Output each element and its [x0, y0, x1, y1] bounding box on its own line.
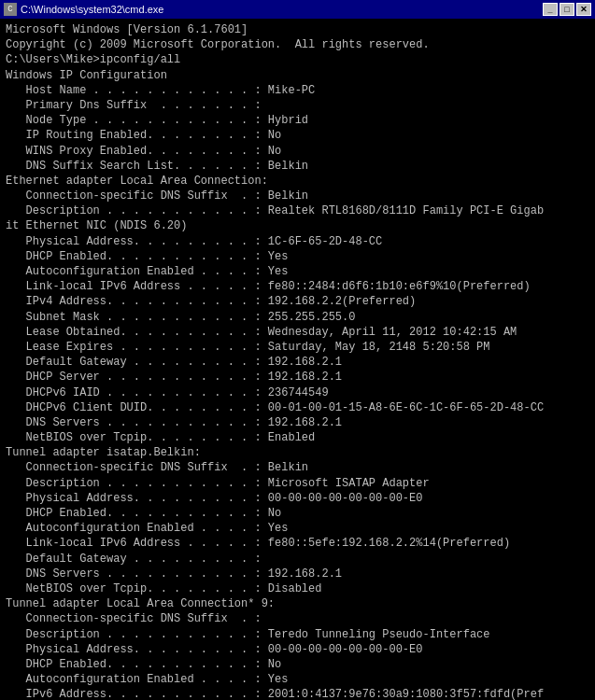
terminal-line: Description . . . . . . . . . . . : Micr…	[6, 476, 589, 491]
terminal-line: it Ethernet NIC (NDIS 6.20)	[6, 218, 589, 233]
terminal-line: DHCP Enabled. . . . . . . . . . . : Yes	[6, 249, 589, 264]
terminal-line: Microsoft Windows [Version 6.1.7601]	[6, 22, 589, 37]
terminal-line: Description . . . . . . . . . . . : Tere…	[6, 627, 589, 642]
terminal-line: Copyright (c) 2009 Microsoft Corporation…	[6, 37, 589, 52]
terminal-line: IPv6 Address. . . . . . . . . . . : 2001…	[6, 687, 589, 700]
terminal-line: Subnet Mask . . . . . . . . . . . : 255.…	[6, 310, 589, 325]
terminal-line: Autoconfiguration Enabled . . . . : Yes	[6, 521, 589, 536]
maximize-button[interactable]: □	[560, 3, 574, 16]
terminal-line: Default Gateway . . . . . . . . . : 192.…	[6, 355, 589, 370]
terminal-line: Lease Expires . . . . . . . . . . : Satu…	[6, 340, 589, 355]
terminal-line: IPv4 Address. . . . . . . . . . . : 192.…	[6, 294, 589, 309]
minimize-button[interactable]: _	[543, 3, 558, 16]
terminal-line: DHCP Server . . . . . . . . . . . : 192.…	[6, 370, 589, 385]
title-bar-buttons: _ □ ✕	[543, 3, 591, 16]
terminal-line: Link-local IPv6 Address . . . . . : fe80…	[6, 536, 589, 551]
terminal-line: WINS Proxy Enabled. . . . . . . . : No	[6, 144, 589, 159]
terminal-line: Physical Address. . . . . . . . . : 1C-6…	[6, 234, 589, 249]
window: C C:\Windows\system32\cmd.exe _ □ ✕ Micr…	[0, 0, 595, 700]
terminal-line: DNS Servers . . . . . . . . . . . : 192.…	[6, 567, 589, 581]
terminal-line: Node Type . . . . . . . . . . . . : Hybr…	[6, 113, 589, 128]
terminal-line: DHCP Enabled. . . . . . . . . . . : No	[6, 506, 589, 521]
terminal-line: IP Routing Enabled. . . . . . . . : No	[6, 128, 589, 143]
terminal-line: Physical Address. . . . . . . . . : 00-0…	[6, 491, 589, 506]
terminal-line: NetBIOS over Tcpip. . . . . . . . : Enab…	[6, 430, 589, 445]
terminal-line: DNS Suffix Search List. . . . . . : Belk…	[6, 159, 589, 174]
terminal-line: Connection-specific DNS Suffix . : Belki…	[6, 189, 589, 203]
terminal-line: Connection-specific DNS Suffix . : Belki…	[6, 460, 589, 475]
terminal-line: Physical Address. . . . . . . . . : 00-0…	[6, 642, 589, 657]
terminal-line: Link-local IPv6 Address . . . . . : fe80…	[6, 279, 589, 294]
terminal-line: Windows IP Configuration	[6, 68, 589, 83]
terminal-line: DHCPv6 Client DUID. . . . . . . . : 00-0…	[6, 400, 589, 415]
terminal-line: Host Name . . . . . . . . . . . . : Mike…	[6, 83, 589, 98]
title-bar-left: C C:\Windows\system32\cmd.exe	[4, 3, 163, 16]
terminal-line: Tunnel adapter Local Area Connection* 9:	[6, 596, 589, 611]
terminal-line: DNS Servers . . . . . . . . . . . : 192.…	[6, 415, 589, 430]
cmd-icon: C	[4, 3, 17, 16]
title-bar: C C:\Windows\system32\cmd.exe _ □ ✕	[0, 0, 595, 19]
terminal-line: Default Gateway . . . . . . . . . :	[6, 552, 589, 567]
terminal-line: Lease Obtained. . . . . . . . . . : Wedn…	[6, 325, 589, 340]
terminal-line: Ethernet adapter Local Area Connection:	[6, 174, 589, 189]
close-button[interactable]: ✕	[576, 3, 591, 16]
terminal-line: Autoconfiguration Enabled . . . . : Yes	[6, 672, 589, 687]
terminal-line: Primary Dns Suffix . . . . . . . :	[6, 98, 589, 113]
terminal-line: NetBIOS over Tcpip. . . . . . . . : Disa…	[6, 581, 589, 596]
terminal-line: Tunnel adapter isatap.Belkin:	[6, 445, 589, 460]
title-bar-title: C:\Windows\system32\cmd.exe	[21, 4, 163, 15]
terminal-line: Description . . . . . . . . . . . : Real…	[6, 203, 589, 218]
terminal-output: Microsoft Windows [Version 6.1.7601]Copy…	[0, 19, 595, 700]
terminal-line: C:\Users\Mike>ipconfig/all	[6, 52, 589, 67]
terminal-line: DHCPv6 IAID . . . . . . . . . . . : 2367…	[6, 385, 589, 400]
terminal-line: Autoconfiguration Enabled . . . . : Yes	[6, 264, 589, 279]
terminal-line: Connection-specific DNS Suffix . :	[6, 611, 589, 626]
terminal-line: DHCP Enabled. . . . . . . . . . . : No	[6, 657, 589, 672]
